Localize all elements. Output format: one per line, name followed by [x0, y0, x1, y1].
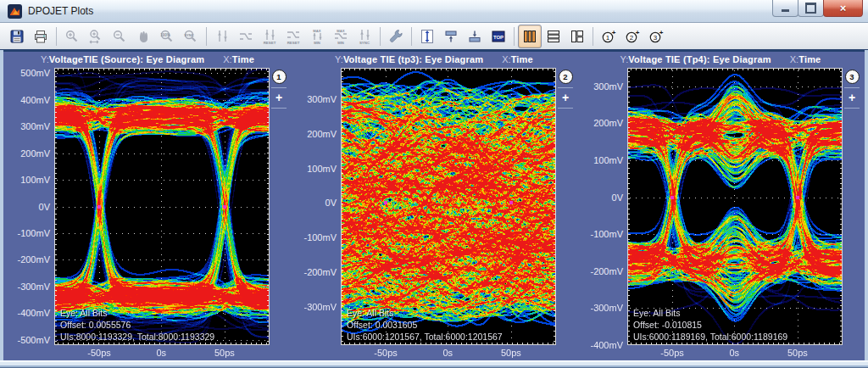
plot-panel-1: Y:VoltageTIE (Source): Eye DiagramX:Time… — [7, 52, 288, 360]
y-tick-label: -500mV — [17, 335, 50, 345]
add-plot-1-button[interactable]: 1 + — [597, 25, 620, 48]
pan-button[interactable] — [131, 25, 155, 48]
top-label: TOP — [493, 34, 504, 39]
pan-hand-icon — [135, 28, 152, 45]
zoom-horizontal-icon — [87, 28, 104, 45]
y-tick-label: 100mV — [307, 164, 337, 174]
annotation-line: UIs:8000:1193329, Total:8000:1193329 — [60, 331, 214, 343]
zoom-100-label: 100% — [160, 32, 170, 36]
plot-panel-2: Y:Voltage TIE (tp3): Eye DiagramX:Time 3… — [293, 52, 575, 360]
maximize-icon — [805, 3, 816, 14]
zoom-horizontal-button[interactable] — [84, 25, 108, 48]
toolbar-separator — [593, 27, 593, 46]
annotation-line: Eye: All Bits — [60, 307, 214, 319]
save-button[interactable] — [5, 25, 29, 48]
eye-diagram-canvas-1[interactable] — [54, 68, 270, 345]
vertical-cursors-maxmin-icon: MAX MIN — [309, 28, 326, 45]
plot-2-add-measurement-button[interactable]: + — [562, 92, 569, 104]
y-tick-label: 100mV — [593, 155, 623, 165]
annotation-line: Eye: All Bits — [347, 307, 503, 319]
x-tick-label: 50ps — [501, 348, 521, 358]
configure-button[interactable] — [384, 25, 408, 48]
vertical-cursors-reset-button[interactable]: RESET — [258, 25, 281, 48]
x-tick-label: 0s — [442, 348, 453, 358]
sync-label: SYNC — [359, 41, 370, 45]
y-tick-label: -400mV — [590, 340, 623, 350]
y-axis-prefix: Y: — [335, 54, 343, 64]
x-axis-prefix: X: — [790, 54, 798, 64]
plot-1-badge-icon: 1 + — [599, 27, 618, 46]
annotation-line: Offset: 0.0055576 — [60, 319, 214, 331]
always-on-top-button[interactable]: TOP — [487, 25, 510, 48]
plot-1-annotation: Eye: All Bits Offset: 0.0055576 UIs:8000… — [60, 307, 214, 343]
plot-3-header: Y:Voltage TIE (Tp4): Eye DiagramX:Time — [580, 53, 861, 66]
plot-1-number-badge[interactable]: 1 — [272, 70, 287, 84]
plot-2-annotation: Eye: All Bits Offset: 0.0031605 UIs:6000… — [347, 307, 503, 343]
plot-3-add-measurement-button[interactable]: + — [849, 92, 855, 104]
y-tick-label: -300mV — [303, 302, 337, 312]
y-tick-label: 200mV — [307, 129, 337, 139]
plot-3-controls: 3 + — [843, 68, 861, 345]
reset-label: RESET — [287, 41, 300, 45]
plot-2-y-axis-labels: 300mV200mV100mV0V-100mV-200mV-300mV — [293, 68, 341, 345]
minimize-button[interactable] — [772, 0, 798, 17]
layout-columns-button[interactable] — [518, 25, 542, 48]
horizontal-cursors-maxmin-button[interactable]: MAX MIN — [329, 25, 353, 48]
align-bottom-button[interactable] — [463, 25, 487, 48]
x-axis-prefix: X: — [223, 54, 231, 64]
zoom-in-button[interactable] — [60, 25, 84, 48]
x-axis-title: Time — [232, 54, 254, 64]
add-plot-2-button[interactable]: 2 + — [620, 25, 644, 48]
plot-2-number-badge[interactable]: 2 — [559, 70, 573, 84]
window-bottom-frame — [0, 360, 868, 368]
close-button[interactable]: × — [823, 0, 863, 17]
vertical-cursors-maxmin-button[interactable]: MAX MIN — [305, 25, 329, 48]
fit-vertical-button[interactable] — [415, 25, 439, 48]
align-bottom-icon — [466, 28, 483, 45]
align-top-button[interactable] — [439, 25, 463, 48]
plus-glyph: + — [636, 29, 640, 36]
y-axis-title: VoltageTIE (Source): Eye Diagram — [49, 54, 204, 64]
annotation-line: UIs:6000:1189169, Total:6000:1189169 — [633, 331, 787, 343]
maximize-button[interactable] — [798, 0, 824, 17]
horizontal-cursors-reset-button[interactable]: RESET — [281, 25, 305, 48]
horizontal-cursors-button[interactable] — [234, 25, 258, 48]
print-button[interactable] — [29, 25, 53, 48]
zoom-sync-button[interactable]: SYNC — [179, 25, 203, 48]
reset-label: RESET — [264, 41, 276, 45]
controls-separator — [271, 108, 287, 109]
layout-grid-button[interactable] — [565, 25, 589, 48]
cursors-sync-button[interactable]: SYNC — [353, 25, 376, 48]
toolbar-separator — [206, 27, 207, 46]
vertical-cursors-button[interactable] — [210, 25, 234, 48]
eye-diagram-canvas-3[interactable] — [627, 68, 843, 345]
layout-rows-button[interactable] — [542, 25, 565, 48]
always-on-top-icon: TOP — [490, 28, 507, 45]
max-label: MAX — [337, 29, 345, 33]
fit-vertical-icon — [419, 28, 436, 45]
y-axis-prefix: Y: — [620, 54, 629, 64]
minimize-icon — [782, 9, 789, 12]
zoom-out-button[interactable] — [108, 25, 131, 48]
titlebar[interactable]: DPOJET Plots × — [0, 0, 868, 23]
y-tick-label: 200mV — [593, 118, 623, 128]
y-tick-label: 300mV — [20, 121, 50, 131]
y-axis-prefix: Y: — [41, 54, 49, 64]
plot-2-area: Eye: All Bits Offset: 0.0031605 UIs:6000… — [341, 68, 556, 345]
controls-separator — [271, 87, 287, 88]
plot-1-add-measurement-button[interactable]: + — [275, 92, 282, 104]
dpojet-plots-window: DPOJET Plots × — [0, 0, 868, 368]
add-plot-3-button[interactable]: 3 + — [644, 25, 668, 48]
y-tick-label: 0V — [612, 192, 623, 203]
plot-2-number: 2 — [630, 33, 634, 41]
y-tick-label: -100mV — [303, 232, 337, 243]
eye-diagram-canvas-2[interactable] — [341, 68, 556, 345]
zoom-100-button[interactable]: 100% — [155, 25, 179, 48]
dpojet-logo-icon — [9, 6, 20, 17]
plot-3-number-badge[interactable]: 3 — [845, 70, 860, 84]
y-tick-label: -100mV — [590, 229, 623, 239]
save-icon — [8, 28, 25, 45]
min-label: MIN — [314, 41, 320, 45]
x-tick-label: 0s — [729, 348, 739, 358]
plot-2-header: Y:Voltage TIE (tp3): Eye DiagramX:Time — [293, 53, 575, 66]
